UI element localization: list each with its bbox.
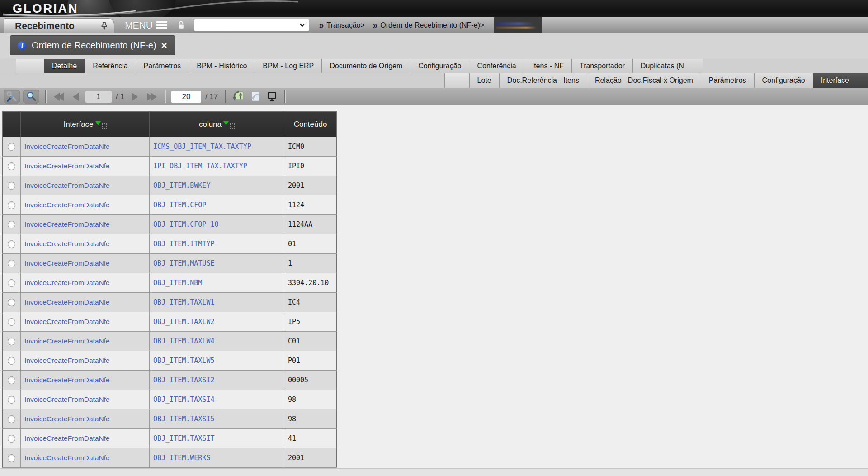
- row-select-radio[interactable]: [8, 240, 15, 248]
- drag-handle-icon[interactable]: [102, 123, 107, 129]
- coluna-link[interactable]: OBJ_ITEM.TAXSI5: [153, 415, 214, 423]
- tab-bpm-log-erp[interactable]: BPM - Log ERP: [255, 59, 322, 73]
- coluna-link[interactable]: OBJ_ITEM.MATUSE: [153, 259, 214, 267]
- coluna-link[interactable]: OBJ_ITEM.TAXSIT: [153, 434, 214, 443]
- breadcrumb-item-transacao[interactable]: » Transação>: [319, 21, 365, 29]
- tab-doc-referencia-itens[interactable]: Doc.Referência - Itens: [500, 73, 587, 88]
- interface-link[interactable]: InvoiceCreateFromDataNfe: [24, 201, 110, 209]
- coluna-link[interactable]: OBJ_ITEM.TAXLW4: [153, 337, 214, 345]
- row-select-radio[interactable]: [8, 454, 15, 462]
- row-select-radio[interactable]: [8, 299, 15, 306]
- tab-configuracao[interactable]: Configuração: [410, 59, 469, 73]
- settings-tools-button[interactable]: [4, 90, 20, 104]
- row-select-radio[interactable]: [8, 415, 15, 423]
- interface-link[interactable]: InvoiceCreateFromDataNfe: [24, 279, 110, 286]
- coluna-link[interactable]: OBJ_ITEM.TAXLW5: [153, 357, 214, 365]
- interface-link[interactable]: InvoiceCreateFromDataNfe: [24, 298, 110, 306]
- column-header-conteudo[interactable]: Conteúdo: [284, 112, 337, 137]
- coluna-link[interactable]: OBJ_ITEM.WERKS: [153, 454, 210, 462]
- row-select-radio[interactable]: [8, 260, 15, 267]
- prev-page-icon: [73, 93, 79, 101]
- undo-button[interactable]: [248, 90, 262, 104]
- interface-link[interactable]: InvoiceCreateFromDataNfe: [24, 220, 110, 228]
- row-select-radio[interactable]: [8, 162, 15, 170]
- tab-interface[interactable]: Interface: [813, 73, 868, 88]
- tab-configuracao-2[interactable]: Configuração: [755, 73, 813, 88]
- tab-referencia[interactable]: Referência: [85, 59, 136, 73]
- coluna-link[interactable]: OBJ_ITEM.NBM: [153, 279, 202, 287]
- row-select-radio[interactable]: [8, 318, 15, 326]
- tab-relacao-doc-fiscal-origem[interactable]: Relação - Doc.Fiscal x Origem: [587, 73, 701, 88]
- row-select-radio[interactable]: [8, 143, 15, 151]
- interface-link[interactable]: InvoiceCreateFromDataNfe: [24, 240, 110, 248]
- row-select-radio[interactable]: [8, 221, 15, 228]
- next-page-button[interactable]: [128, 90, 142, 104]
- module-tab-recebimento[interactable]: Recebimento: [4, 18, 114, 33]
- column-header-coluna[interactable]: coluna: [150, 112, 284, 137]
- coluna-link[interactable]: IPI_OBJ_ITEM_TAX.TAXTYP: [153, 162, 247, 170]
- row-select-radio[interactable]: [8, 182, 15, 190]
- coluna-link[interactable]: OBJ_ITEM.CFOP: [153, 201, 206, 209]
- current-page-input[interactable]: 1: [85, 91, 112, 103]
- row-select-radio[interactable]: [8, 279, 15, 287]
- interface-link[interactable]: InvoiceCreateFromDataNfe: [24, 434, 110, 442]
- tab-detalhe[interactable]: Detalhe: [44, 59, 85, 73]
- coluna-link[interactable]: OBJ_ITEM.ITMTYP: [153, 240, 214, 248]
- lock-button[interactable]: [173, 17, 189, 33]
- row-select-radio[interactable]: [8, 338, 15, 345]
- first-page-button[interactable]: [52, 90, 66, 104]
- breadcrumb-item-ordem-recebimento[interactable]: » Ordem de Recebimento (NF-e)>: [373, 21, 484, 29]
- conteudo-value: IPI0: [288, 162, 304, 170]
- row-select-radio[interactable]: [8, 201, 15, 209]
- context-select[interactable]: [194, 19, 309, 31]
- tab-documento-de-origem[interactable]: Documento de Origem: [322, 59, 410, 73]
- column-header-interface[interactable]: Interface: [21, 112, 150, 137]
- sort-icon[interactable]: [223, 121, 229, 125]
- tab-conferencia[interactable]: Conferência: [469, 59, 524, 73]
- refresh-button[interactable]: [231, 90, 245, 104]
- interface-link[interactable]: InvoiceCreateFromDataNfe: [24, 454, 110, 462]
- interface-link[interactable]: InvoiceCreateFromDataNfe: [24, 395, 110, 403]
- tab-parametros-2[interactable]: Parâmetros: [701, 73, 755, 88]
- row-select-radio[interactable]: [8, 435, 15, 443]
- coluna-link[interactable]: OBJ_ITEM.TAXSI4: [153, 395, 214, 404]
- coluna-link[interactable]: OBJ_ITEM.TAXLW2: [153, 318, 214, 326]
- page-size-input[interactable]: 20: [171, 91, 201, 103]
- coluna-link[interactable]: ICMS_OBJ_ITEM_TAX.TAXTYP: [153, 143, 251, 151]
- row-select-radio[interactable]: [8, 396, 15, 404]
- interface-link[interactable]: InvoiceCreateFromDataNfe: [24, 143, 110, 150]
- drag-handle-icon[interactable]: [230, 123, 235, 129]
- sort-icon[interactable]: [95, 121, 101, 125]
- tab-itens-nf[interactable]: Itens - NF: [524, 59, 572, 73]
- tab-parametros[interactable]: Parâmetros: [136, 59, 189, 73]
- tab-bpm-historico[interactable]: BPM - Histórico: [189, 59, 255, 73]
- document-tab-ordem-recebimento[interactable]: i Ordem de Recebimento (NF-e) ×: [10, 35, 175, 55]
- interface-link[interactable]: InvoiceCreateFromDataNfe: [24, 376, 110, 384]
- row-select-radio[interactable]: [8, 376, 15, 384]
- display-button[interactable]: [265, 90, 278, 104]
- interface-link[interactable]: InvoiceCreateFromDataNfe: [24, 357, 110, 364]
- last-page-button[interactable]: [145, 90, 159, 104]
- row-select-radio[interactable]: [8, 357, 15, 365]
- tab-transportador[interactable]: Transportador: [572, 59, 633, 73]
- interface-link[interactable]: InvoiceCreateFromDataNfe: [24, 415, 110, 423]
- interface-link[interactable]: InvoiceCreateFromDataNfe: [24, 181, 110, 189]
- search-button[interactable]: [23, 90, 39, 104]
- interface-link[interactable]: InvoiceCreateFromDataNfe: [24, 162, 110, 170]
- interface-link[interactable]: InvoiceCreateFromDataNfe: [24, 318, 110, 325]
- coluna-link[interactable]: OBJ_ITEM.BWKEY: [153, 181, 210, 190]
- coluna-link[interactable]: OBJ_ITEM.TAXLW1: [153, 298, 214, 306]
- menu-button[interactable]: MENU: [119, 17, 173, 33]
- close-icon[interactable]: ×: [161, 41, 167, 51]
- tab-lote[interactable]: Lote: [470, 73, 500, 88]
- coluna-link[interactable]: OBJ_ITEM.TAXSI2: [153, 376, 214, 384]
- interface-link[interactable]: InvoiceCreateFromDataNfe: [24, 259, 110, 267]
- tab-blank-spacer: [444, 73, 470, 88]
- prev-page-button[interactable]: [69, 90, 82, 104]
- table-row: InvoiceCreateFromDataNfeOBJ_ITEM.CFOP112…: [3, 195, 337, 215]
- pin-icon[interactable]: [100, 22, 108, 30]
- interface-link[interactable]: InvoiceCreateFromDataNfe: [24, 337, 110, 345]
- tab-duplicatas[interactable]: Duplicatas (N: [633, 59, 703, 73]
- coluna-link[interactable]: OBJ_ITEM.CFOP_10: [153, 220, 219, 228]
- info-icon[interactable]: i: [18, 41, 27, 50]
